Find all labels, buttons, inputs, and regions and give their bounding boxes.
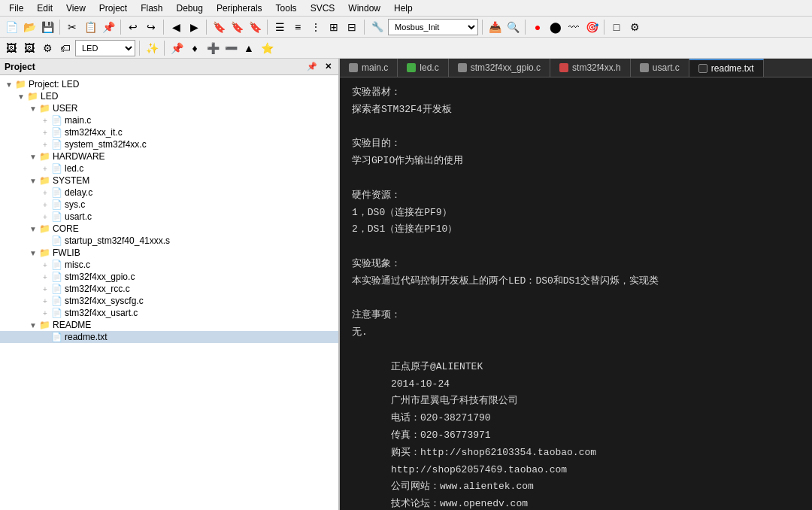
tab-led-c[interactable]: led.c: [398, 59, 448, 77]
box-btn[interactable]: □: [608, 19, 625, 35]
tree-readme-folder[interactable]: ▼ 📁 README: [0, 319, 338, 331]
star-btn[interactable]: ⭐: [259, 40, 275, 56]
tree-led-c[interactable]: + 📄 led.c: [0, 162, 338, 175]
expand-user[interactable]: ▼: [27, 105, 39, 113]
menu-svcs[interactable]: SVCS: [304, 2, 341, 15]
load-btn[interactable]: 📥: [486, 19, 503, 35]
tab-usart-c[interactable]: usart.c: [631, 59, 689, 77]
minus-btn[interactable]: ➖: [223, 40, 239, 56]
forward-btn[interactable]: ▶: [186, 19, 202, 35]
align4-btn[interactable]: ⊞: [326, 19, 342, 35]
tree-misc[interactable]: + 📄 misc.c: [0, 259, 338, 271]
back-btn[interactable]: ◀: [168, 19, 184, 35]
bookmark1-btn[interactable]: 🔖: [211, 19, 227, 35]
tree-user[interactable]: ▼ 📁 USER: [0, 102, 338, 114]
tree-syscfg-label: stm32f4xx_syscfg.c: [65, 296, 144, 306]
wand-btn[interactable]: ✨: [144, 40, 160, 56]
tab-readme-txt[interactable]: readme.txt: [689, 59, 764, 77]
tree-stm32-it[interactable]: + 📄 stm32f4xx_it.c: [0, 126, 338, 138]
tree-rcc[interactable]: + 📄 stm32f4xx_rcc.c: [0, 283, 338, 295]
target-dropdown[interactable]: Mosbus_Init: [388, 19, 478, 35]
tab-gpio-c[interactable]: stm32f4xx_gpio.c: [449, 59, 550, 77]
settings-btn[interactable]: ⚙: [626, 19, 643, 35]
expand-hardware[interactable]: ▼: [27, 153, 39, 161]
menu-edit[interactable]: Edit: [31, 2, 59, 15]
tree-main-c[interactable]: + 📄 main.c: [0, 114, 338, 126]
close-panel-icon[interactable]: ✕: [323, 61, 334, 72]
menu-debug[interactable]: Debug: [171, 2, 209, 15]
tree-sys[interactable]: + 📄 sys.c: [0, 199, 338, 211]
tree-led[interactable]: ▼ 📁 LED: [0, 90, 338, 102]
readme-line10: [352, 239, 800, 255]
tree-gpio[interactable]: + 📄 stm32f4xx_gpio.c: [0, 271, 338, 283]
expand-root[interactable]: ▼: [3, 80, 15, 89]
plus-btn[interactable]: ➕: [205, 40, 221, 56]
new-btn[interactable]: 📄: [3, 19, 20, 35]
menu-file[interactable]: File: [3, 2, 29, 15]
expand-fwlib[interactable]: ▼: [27, 249, 39, 257]
menu-peripherals[interactable]: Peripherals: [211, 2, 268, 15]
tag-btn[interactable]: 🏷: [57, 40, 74, 56]
tree-usart2[interactable]: + 📄 stm32f4xx_usart.c: [0, 307, 338, 319]
pin-btn[interactable]: 📌: [168, 40, 185, 56]
readme-line13: [352, 291, 800, 307]
readme-txt-icon: 📄: [51, 332, 62, 342]
project-header-actions: 📌 ✕: [304, 61, 334, 72]
tab-main-c[interactable]: main.c: [340, 59, 398, 77]
align5-btn[interactable]: ⊟: [344, 19, 360, 35]
pin-panel-icon[interactable]: 📌: [304, 61, 320, 72]
up-btn[interactable]: ▲: [241, 40, 257, 56]
menu-project[interactable]: Project: [93, 2, 133, 15]
img2-btn[interactable]: 🖼: [21, 40, 38, 56]
tree-core[interactable]: ▼ 📁 CORE: [0, 223, 338, 235]
tree-system[interactable]: + 📄 system_stm32f4xx.c: [0, 138, 338, 150]
cut-btn[interactable]: ✂: [64, 19, 80, 35]
copy-btn[interactable]: 📋: [82, 19, 98, 35]
expand-readme[interactable]: ▼: [27, 321, 39, 329]
tree-delay[interactable]: + 📄 delay.c: [0, 187, 338, 199]
readme-line7: 硬件资源：: [352, 188, 800, 204]
tree-readme-txt[interactable]: 📄 readme.txt: [0, 331, 338, 343]
readme-line8: 1，DS0（连接在PF9）: [352, 205, 800, 221]
tree-hardware[interactable]: ▼ 📁 HARDWARE: [0, 150, 338, 162]
readme-line22: 购买：http://shop62103354.taobao.com: [391, 445, 800, 461]
expand-core[interactable]: ▼: [27, 225, 39, 233]
stop-btn[interactable]: ⬤: [547, 19, 564, 35]
wave-btn[interactable]: 〰: [565, 19, 582, 35]
target-btn[interactable]: 🎯: [583, 19, 600, 35]
expand-led[interactable]: ▼: [15, 93, 27, 101]
bookmark2-btn[interactable]: 🔖: [229, 19, 245, 35]
align2-btn[interactable]: ≡: [289, 19, 306, 35]
open-btn[interactable]: 📂: [21, 19, 38, 35]
tree-fwlib[interactable]: ▼ 📁 FWLIB: [0, 247, 338, 259]
expand-system[interactable]: ▼: [27, 177, 39, 185]
gear-small-btn[interactable]: ⚙: [39, 40, 56, 56]
led-dropdown[interactable]: LED: [75, 40, 135, 56]
tab-h-file[interactable]: stm32f4xx.h: [550, 59, 631, 77]
circle-btn[interactable]: ●: [529, 19, 546, 35]
tree-syscfg[interactable]: + 📄 stm32f4xx_syscfg.c: [0, 295, 338, 307]
align1-btn[interactable]: ☰: [271, 19, 288, 35]
menu-window[interactable]: Window: [342, 2, 386, 15]
tree-led-c-label: led.c: [65, 163, 83, 174]
tree-root[interactable]: ▼ 📁 Project: LED: [0, 78, 338, 90]
undo-btn[interactable]: ↩: [125, 19, 141, 35]
led-c-icon: 📄: [51, 163, 62, 174]
img1-btn[interactable]: 🖼: [3, 40, 20, 56]
menu-help[interactable]: Help: [388, 2, 419, 15]
sep9: [604, 20, 604, 35]
menu-tools[interactable]: Tools: [270, 2, 303, 15]
save-btn[interactable]: 💾: [39, 19, 56, 35]
paste-btn[interactable]: 📌: [100, 19, 117, 35]
menu-flash[interactable]: Flash: [135, 2, 168, 15]
tree-usart[interactable]: + 📄 usart.c: [0, 211, 338, 223]
diamond-btn[interactable]: ♦: [186, 40, 203, 56]
bookmark3-btn[interactable]: 🔖: [247, 19, 263, 35]
tree-system-folder[interactable]: ▼ 📁 SYSTEM: [0, 175, 338, 187]
menu-view[interactable]: View: [60, 2, 92, 15]
code-editor[interactable]: 实验器材： 探索者STM32F4开发板 实验目的： 学习GPIO作为输出的使用 …: [340, 77, 812, 510]
tree-startup[interactable]: 📄 startup_stm32f40_41xxx.s: [0, 235, 338, 247]
redo-btn[interactable]: ↪: [143, 19, 159, 35]
search-btn[interactable]: 🔍: [504, 19, 521, 35]
align3-btn[interactable]: ⋮: [308, 19, 324, 35]
